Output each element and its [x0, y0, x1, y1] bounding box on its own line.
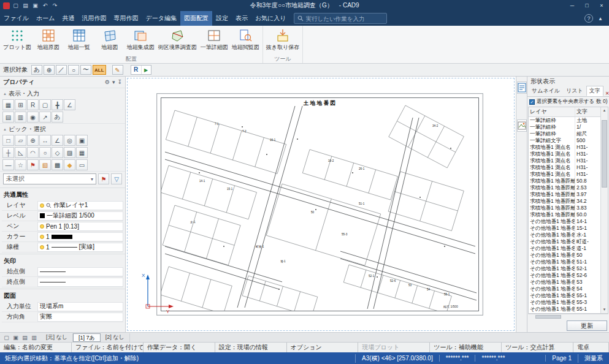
menu-tab-0[interactable]: ファイル	[0, 11, 33, 26]
ribbon-collapse-icon[interactable]: ▲	[598, 16, 603, 21]
ribbon-button-plot[interactable]: プロット図	[1, 27, 33, 55]
property-value[interactable]: 実際	[37, 313, 123, 322]
redo-icon[interactable]: ↷	[51, 2, 59, 9]
command-item-6[interactable]: ツール：補助機能	[430, 343, 502, 352]
sheet-delete-icon[interactable]: ▥	[29, 333, 39, 341]
command-item-5[interactable]: 現場プロット	[358, 343, 430, 352]
command-item-2[interactable]: 作業データ：開く	[144, 343, 215, 352]
text-list-row[interactable]: その他地番1 地番名55-1	[529, 292, 600, 299]
ribbon-button-etsuran[interactable]: 地籍閲覧図	[230, 27, 261, 55]
maximize-button[interactable]: □	[580, 0, 594, 11]
page-tab-1[interactable]: [1] 7あ	[73, 333, 101, 342]
sheet-copy-icon[interactable]: ▣	[11, 333, 20, 341]
menu-tab-6[interactable]: 図面配置	[180, 11, 212, 26]
crosshair-icon[interactable]: ╋	[52, 99, 63, 110]
text-list-row[interactable]: その他地番1 地番名52-1	[529, 265, 600, 272]
attribute-pen-icon[interactable]: ✎	[112, 65, 123, 75]
text-list-row[interactable]: その他地番1 地番名水-1	[529, 232, 600, 238]
gear-icon[interactable]: ⚙	[105, 79, 110, 85]
pick-angle-icon[interactable]: ∠	[52, 135, 63, 146]
page-tab-0[interactable]: [元] なし	[41, 333, 73, 342]
scroll-down-icon[interactable]: ▼	[603, 306, 607, 313]
pick-bar-icon[interactable]: ▭	[76, 159, 88, 170]
pick-diamond-icon[interactable]: ◇	[52, 147, 63, 158]
hscroll-thumb[interactable]	[535, 315, 561, 319]
text-list-row[interactable]: 求積地番1 地番距離34.2	[529, 198, 600, 205]
minimize-button[interactable]: ─	[565, 0, 580, 11]
text-list-row[interactable]: 一筆詳細枠1/	[529, 124, 600, 131]
text-list-row[interactable]: 求積地番1 地番距離3.83	[529, 205, 600, 211]
text-list-row[interactable]: その他地番1 地番名51-1	[529, 259, 600, 265]
page-tab-2[interactable]: [2] なし	[101, 333, 130, 342]
selection-combo[interactable]: 未選択 ▾	[3, 173, 96, 184]
pick-center-icon[interactable]: ◎	[64, 135, 75, 146]
layer-display-icon[interactable]: ▥	[15, 112, 26, 123]
column-header-1[interactable]: 文字	[575, 107, 600, 116]
select-line-toggle[interactable]: ／	[56, 65, 67, 75]
play-icon[interactable]: ▶	[141, 66, 151, 74]
section-pick-select[interactable]: ▲ ピック・選択	[0, 123, 125, 134]
text-list-row[interactable]: その他地番1 地番名54	[529, 286, 600, 292]
text-list-row[interactable]: その他地番1 地番名50	[529, 252, 600, 259]
drawing-canvas[interactable]: 7-17-216-116-226-134-214-115-1水-15051-15…	[126, 77, 516, 332]
text-list-row[interactable]: その他地番1 地番名55-1	[529, 306, 600, 313]
ribbon-button-ichiran[interactable]: 地籍一覧	[64, 27, 94, 55]
pick-flag-icon[interactable]: ⚑	[27, 159, 39, 170]
pick-solid-icon[interactable]: ◆	[64, 159, 75, 170]
new-drawing-icon[interactable]: ▢	[12, 2, 20, 9]
command-item-7[interactable]: ツール：交点計算	[502, 343, 573, 352]
select-text-toggle[interactable]: あ	[31, 65, 42, 75]
command-item-8[interactable]: 電卓	[573, 343, 609, 352]
text-list-row[interactable]: 求積地番1 地番距離50.0	[529, 211, 600, 218]
command-item-1[interactable]: ファイル：名前を付けて...	[72, 343, 144, 352]
app-icon[interactable]	[3, 2, 10, 9]
hatch-display-icon[interactable]: ▤	[2, 112, 14, 123]
text-display-icon[interactable]: あ	[52, 112, 63, 123]
ribbon-button-gaiku[interactable]: 街区境界調査図	[156, 27, 199, 55]
pick-cross-icon[interactable]: ⊕	[27, 135, 39, 146]
pick-line-icon[interactable]: —	[2, 159, 14, 170]
command-item-3[interactable]: 設定：現場の情報	[215, 343, 287, 352]
pick-hatch-icon[interactable]: ▨	[64, 147, 75, 158]
scroll-up-icon[interactable]: ▲	[603, 107, 607, 114]
pick-poly-icon[interactable]: ▱	[15, 135, 26, 146]
property-value[interactable]: 現場系m	[37, 302, 123, 311]
sheet-new-icon[interactable]: ▢	[2, 333, 11, 341]
open-icon[interactable]: ▤	[21, 2, 29, 9]
menu-tab-1[interactable]: ホーム	[33, 11, 58, 26]
text-list-row[interactable]: 求積地番1 地番距離2.53	[529, 184, 600, 191]
close-button[interactable]: ×	[594, 0, 609, 11]
text-list-row[interactable]: その他地番1 地番名町道-	[529, 238, 600, 245]
pick-tri-icon[interactable]: ◺	[15, 147, 26, 158]
arrow-display-icon[interactable]: ↗	[39, 112, 51, 123]
property-value[interactable]: 一筆詳細図 1/500	[37, 211, 123, 221]
dropdown-icon[interactable]: ▾	[112, 79, 115, 85]
readout-button[interactable]: R	[131, 66, 141, 74]
pick-dense-icon[interactable]: ▩	[52, 159, 63, 170]
menu-tab-7[interactable]: 設定	[212, 11, 232, 26]
flag-icon[interactable]: ⚑	[98, 173, 109, 184]
close-icon[interactable]: ✕	[603, 91, 609, 96]
property-value[interactable]: 1	[37, 232, 123, 241]
text-list-row[interactable]: その他地番1 地番名53	[529, 279, 600, 286]
text-list-row[interactable]: 一筆詳細文字500	[529, 137, 600, 144]
undo-icon[interactable]: ↶	[41, 2, 49, 9]
text-list-row[interactable]: 求積地番1 測点名H31-	[529, 151, 600, 157]
help-icon[interactable]: ?	[584, 14, 593, 23]
horizontal-scrollbar[interactable]	[528, 314, 608, 319]
text-list-row[interactable]: 求積地番1 測点名H31-	[529, 144, 600, 151]
text-list-row[interactable]: 求積地番1 測点名H31-	[529, 164, 600, 171]
menu-tab-5[interactable]: データ編集	[142, 11, 180, 26]
select-circle-toggle[interactable]: ○	[68, 65, 79, 75]
command-item-0[interactable]: 編集：名前の変更	[0, 343, 72, 352]
text-list-row[interactable]: その他地番1 地番名14-1	[529, 218, 600, 225]
snap-grid-icon[interactable]: ⊞	[15, 99, 26, 110]
pin-icon[interactable]: ↧	[117, 79, 122, 85]
filter-icon[interactable]: ▽	[111, 173, 122, 184]
ribbon-button-shusei[interactable]: 地籍集成図	[125, 27, 156, 55]
text-list-row[interactable]: 求積地番1 測点名H31-	[529, 171, 600, 178]
pick-fill-icon[interactable]: ▧	[39, 159, 51, 170]
ribbon-button-chiseki[interactable]: 地籍図	[94, 27, 125, 55]
pick-plus-icon[interactable]: ┼	[2, 147, 14, 158]
center-display-checkbox[interactable]: ✓	[529, 99, 535, 105]
